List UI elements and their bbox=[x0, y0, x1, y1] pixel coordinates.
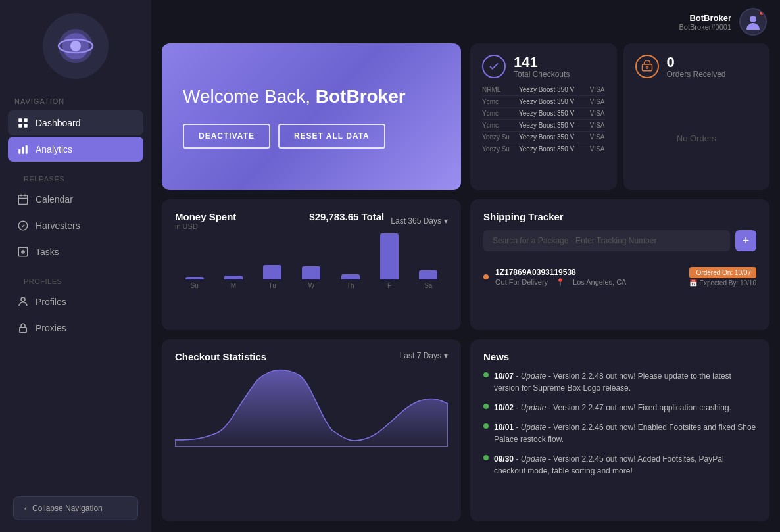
tracking-id: 1Z17869A0393119538 bbox=[495, 268, 683, 277]
table-row: Ycmc Yeezy Boost 350 V VISA bbox=[482, 120, 605, 132]
sidebar-item-profiles[interactable]: Profiles bbox=[8, 289, 143, 314]
bar-chart: Su M Tu W Th bbox=[175, 237, 448, 289]
sidebar-item-proxies[interactable]: Proxies bbox=[8, 316, 143, 341]
topbar: BotBroker BotBroker#0001 bbox=[151, 0, 780, 43]
welcome-username: BotBroker bbox=[316, 86, 406, 107]
news-dot-4 bbox=[483, 455, 489, 460]
svg-rect-22 bbox=[642, 64, 652, 71]
table-row: Yeezy Su Yeezy Boost 350 V VISA bbox=[482, 132, 605, 143]
tracking-input[interactable] bbox=[483, 230, 730, 251]
bar-m bbox=[224, 276, 243, 279]
money-spent-card: Money Spent in USD $29,783.65 Total Last… bbox=[162, 199, 461, 330]
svg-point-21 bbox=[750, 16, 756, 22]
svg-point-3 bbox=[70, 41, 81, 51]
table-row: NRML Yeezy Boost 350 V VISA bbox=[482, 84, 605, 96]
grid-icon bbox=[17, 117, 29, 129]
user-icon bbox=[17, 296, 29, 308]
sidebar-item-tasks[interactable]: Tasks bbox=[8, 239, 143, 264]
bar-w bbox=[302, 266, 320, 279]
orders-label: Orders Received bbox=[667, 70, 726, 79]
nav-section-label: Navigation bbox=[0, 97, 151, 105]
svg-rect-8 bbox=[18, 149, 20, 154]
tracking-info: 1Z17869A0393119538 Out For Delivery 📍 Lo… bbox=[495, 268, 683, 287]
sidebar-item-harvesters[interactable]: Harvesters bbox=[8, 213, 143, 238]
sidebar-item-calendar[interactable]: Calendar bbox=[8, 187, 143, 212]
bar-sa bbox=[419, 270, 437, 279]
username: BotBroker bbox=[679, 13, 732, 23]
tracking-item: 1Z17869A0393119538 Out For Delivery 📍 Lo… bbox=[483, 260, 756, 293]
bar-group-sa: Sa bbox=[409, 270, 448, 289]
tracking-input-row: + bbox=[483, 230, 756, 251]
tracking-status-dot bbox=[483, 274, 489, 279]
news-card: News 10/07 - Update - Version 2.2.48 out… bbox=[470, 339, 769, 521]
deactivate-button[interactable]: DEACTIVATE bbox=[183, 124, 270, 149]
bar-tu bbox=[263, 265, 281, 279]
total-checkouts-card: 141 Total Checkouts NRML Yeezy Boost 350… bbox=[470, 43, 617, 190]
avatar[interactable] bbox=[739, 8, 767, 36]
sidebar-item-dashboard[interactable]: Dashboard bbox=[8, 110, 143, 135]
welcome-text: Welcome Back, BotBroker bbox=[183, 85, 440, 109]
checkout-statistics-card: Checkout Statistics Last 7 Days ▾ bbox=[162, 339, 461, 521]
bar-th bbox=[341, 274, 360, 279]
collapse-arrow-icon: ‹ bbox=[24, 504, 27, 513]
content-grid: Welcome Back, BotBroker DEACTIVATE RESET… bbox=[151, 43, 780, 532]
period-selector[interactable]: Last 365 Days ▾ bbox=[391, 216, 448, 226]
checkouts-count: 141 bbox=[514, 54, 570, 71]
welcome-buttons: DEACTIVATE RESET ALL DATA bbox=[183, 124, 440, 149]
check-circle-icon bbox=[17, 220, 29, 231]
checkout-period-selector[interactable]: Last 7 Days ▾ bbox=[400, 351, 448, 360]
news-item-4: 09/30 - Update - Version 2.2.45 out now!… bbox=[483, 453, 756, 477]
news-dot bbox=[483, 372, 489, 377]
avatar-notification-dot bbox=[759, 11, 764, 16]
svg-rect-10 bbox=[26, 145, 28, 154]
bar-su bbox=[185, 277, 204, 279]
svg-point-23 bbox=[646, 66, 648, 68]
news-item-3: 10/01 - Update - Version 2.2.46 out now!… bbox=[483, 422, 756, 445]
welcome-card: Welcome Back, BotBroker DEACTIVATE RESET… bbox=[162, 43, 461, 190]
sidebar-item-tasks-label: Tasks bbox=[36, 247, 59, 257]
collapse-nav-button[interactable]: ‹ Collapse Navigation bbox=[13, 496, 138, 520]
bar-group-f: F bbox=[370, 233, 408, 289]
period-label: Last 365 Days bbox=[391, 216, 441, 226]
bar-chart-icon bbox=[17, 143, 29, 155]
bar-f bbox=[380, 233, 399, 279]
tracking-right: Ordered On: 10/07 📅 Expected By: 10/10 bbox=[689, 267, 756, 287]
orders-count: 0 bbox=[667, 54, 726, 71]
sidebar-item-profiles-label: Profiles bbox=[36, 297, 66, 307]
news-title: News bbox=[483, 351, 756, 362]
sidebar-item-calendar-label: Calendar bbox=[36, 194, 73, 205]
money-spent-title: Money Spent bbox=[175, 211, 236, 222]
wave-chart bbox=[175, 368, 448, 447]
sidebar-item-analytics-label: Analytics bbox=[36, 144, 72, 155]
checkouts-label: Total Checkouts bbox=[514, 70, 570, 79]
sidebar: Navigation Dashboard Analytics Releases bbox=[0, 0, 151, 532]
svg-rect-4 bbox=[18, 118, 22, 122]
bar-group-tu: Tu bbox=[253, 265, 292, 289]
money-spent-subtitle: in USD bbox=[175, 222, 236, 230]
table-row: Yeezy Su Yeezy Boost 350 V VISA bbox=[482, 143, 605, 155]
news-dot-3 bbox=[483, 423, 489, 429]
add-tracking-button[interactable]: + bbox=[735, 230, 756, 251]
table-row: Ycmc Yeezy Boost 350 V VISA bbox=[482, 96, 605, 108]
user-tag: BotBroker#0001 bbox=[679, 23, 732, 31]
tracking-status: Out For Delivery bbox=[495, 278, 548, 286]
plus-square-icon bbox=[17, 246, 29, 258]
releases-section-label: Releases bbox=[14, 175, 137, 183]
table-row: Ycmc Yeezy Boost 350 V VISA bbox=[482, 108, 605, 120]
sidebar-item-harvesters-label: Harvesters bbox=[36, 220, 80, 231]
chevron-down-icon: ▾ bbox=[444, 216, 448, 226]
sidebar-item-analytics[interactable]: Analytics bbox=[8, 137, 143, 162]
bar-group-th: Th bbox=[331, 274, 370, 289]
no-orders-text: No Orders bbox=[635, 97, 758, 180]
bar-group-w: W bbox=[292, 266, 331, 289]
profiles-section-label: Profiles bbox=[14, 278, 137, 285]
shipping-tracker-title: Shipping Tracker bbox=[483, 211, 756, 222]
reset-all-data-button[interactable]: RESET ALL DATA bbox=[278, 124, 385, 149]
tracking-ordered-badge: Ordered On: 10/07 bbox=[689, 267, 756, 278]
tracking-expected: 📅 Expected By: 10/10 bbox=[689, 279, 756, 287]
main-content: BotBroker BotBroker#0001 Welcome Back, B… bbox=[151, 0, 780, 532]
news-item-1: 10/07 - Update - Version 2.2.48 out now!… bbox=[483, 370, 756, 394]
collapse-nav-label: Collapse Navigation bbox=[32, 504, 103, 513]
sidebar-item-proxies-label: Proxies bbox=[36, 323, 66, 333]
orders-icon bbox=[635, 55, 659, 78]
